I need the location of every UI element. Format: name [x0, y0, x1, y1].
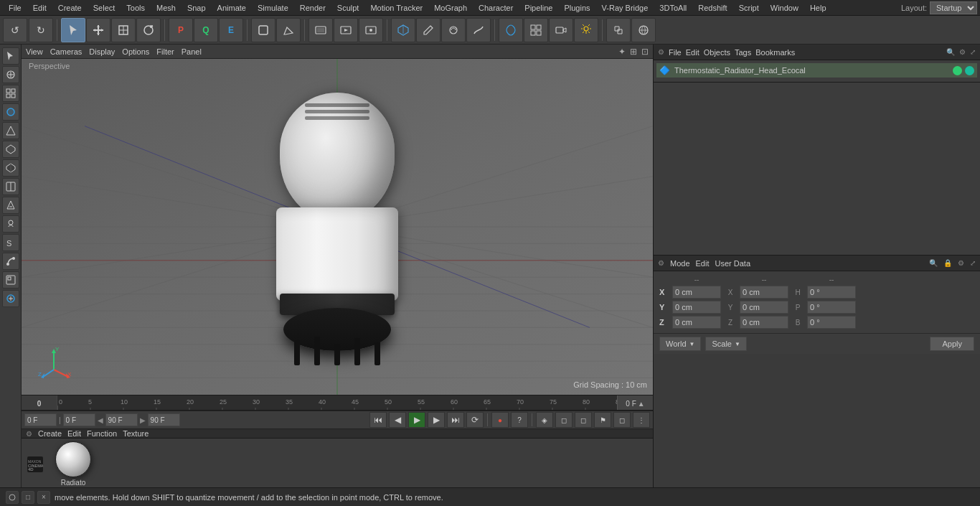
scale-tool-button[interactable]: [111, 18, 136, 42]
object-item[interactable]: 🔷 Thermostatic_Radiator_Head_Ecocal: [656, 63, 977, 78]
undo-button[interactable]: ↺: [3, 18, 27, 42]
sidebar-tool-12[interactable]: [2, 253, 19, 270]
axis-z-button[interactable]: E: [219, 18, 243, 42]
pen-button[interactable]: [416, 18, 440, 42]
frame-end-input[interactable]: [148, 413, 180, 426]
record-button[interactable]: ●: [491, 412, 509, 428]
menu-motion-tracker[interactable]: Motion Tracker: [364, 0, 428, 16]
attrs-settings-icon[interactable]: ⚙: [958, 259, 964, 267]
edit-mode-button[interactable]: [276, 18, 301, 42]
preview-start-input[interactable]: [63, 413, 95, 426]
objects-menu-edit[interactable]: Edit: [686, 48, 699, 57]
sidebar-tool-13[interactable]: [2, 271, 19, 289]
goto-start-button[interactable]: ⏮: [369, 412, 387, 428]
status-icon-2[interactable]: □: [22, 491, 34, 504]
sidebar-tool-9[interactable]: [2, 197, 19, 214]
frame-start-input[interactable]: [24, 413, 57, 426]
menu-sculpt[interactable]: Sculpt: [331, 0, 365, 16]
sky-button[interactable]: [631, 18, 656, 42]
viewport-menu-view[interactable]: View: [26, 47, 43, 56]
objects-menu-tags[interactable]: Tags: [735, 48, 751, 57]
menu-script[interactable]: Script: [733, 0, 765, 16]
status-icon-1[interactable]: [6, 491, 19, 504]
menu-redshift[interactable]: Redshift: [692, 0, 732, 16]
viewport-3d[interactable]: Y X Z Grid Spacing : 10 cm: [22, 59, 653, 395]
anim-btn-3[interactable]: ◻: [575, 412, 592, 428]
goto-end-button[interactable]: ⏭: [447, 412, 464, 428]
sidebar-tool-10[interactable]: [2, 215, 19, 233]
cube-button[interactable]: [391, 18, 415, 42]
visibility-dot-teal[interactable]: [965, 66, 974, 75]
objects-expand-icon[interactable]: ⤢: [970, 48, 976, 56]
attrs-menu-userdata[interactable]: User Data: [715, 259, 751, 268]
menu-animate[interactable]: Animate: [212, 0, 252, 16]
anim-btn-4[interactable]: ⚑: [594, 412, 611, 428]
sidebar-tool-4[interactable]: [2, 103, 19, 121]
camera-button[interactable]: [549, 18, 573, 42]
move-tool-button[interactable]: [86, 18, 110, 42]
loop-button[interactable]: ⟳: [466, 412, 484, 428]
menu-simulate[interactable]: Simulate: [252, 0, 294, 16]
objects-menu-bookmarks[interactable]: Bookmarks: [755, 48, 795, 57]
coord-z-size[interactable]: [740, 316, 788, 329]
sidebar-tool-1[interactable]: [2, 47, 19, 65]
select-tool-button[interactable]: [61, 18, 85, 42]
sidebar-tool-2[interactable]: [2, 66, 19, 83]
status-icon-3[interactable]: ×: [37, 491, 50, 504]
viewport-icon-2[interactable]: ⊞: [630, 47, 637, 57]
viewport-menu-cameras[interactable]: Cameras: [50, 47, 83, 56]
nurbs-button[interactable]: [499, 18, 523, 42]
sidebar-tool-14[interactable]: [2, 290, 19, 307]
sidebar-tool-5[interactable]: [2, 122, 19, 139]
axis-x-button[interactable]: P: [169, 18, 193, 42]
timeline-ruler[interactable]: 0 0 5 10 15: [22, 395, 653, 411]
help-button[interactable]: ?: [511, 412, 528, 428]
material-menu-create[interactable]: Create: [38, 429, 62, 438]
attrs-search-icon[interactable]: 🔍: [929, 259, 938, 267]
coord-y-size[interactable]: [740, 301, 788, 314]
next-frame-button[interactable]: ▶: [428, 412, 445, 428]
menu-character[interactable]: Character: [473, 0, 519, 16]
sidebar-tool-3[interactable]: [2, 85, 19, 102]
objects-settings-icon[interactable]: ⚙: [959, 48, 966, 56]
menu-mesh[interactable]: Mesh: [151, 0, 182, 16]
world-dropdown[interactable]: World ▼: [659, 337, 701, 351]
viewport-icon-3[interactable]: ⊡: [641, 47, 649, 57]
material-menu-edit[interactable]: Edit: [67, 429, 81, 438]
objects-menu-objects[interactable]: Objects: [704, 48, 730, 57]
viewport-menu-filter[interactable]: Filter: [156, 47, 174, 56]
frame-arrow[interactable]: ▲: [638, 400, 645, 408]
menu-render[interactable]: Render: [294, 0, 331, 16]
anim-btn-5[interactable]: ◻: [613, 412, 631, 428]
attrs-menu-mode[interactable]: Mode: [670, 259, 690, 268]
layout-select[interactable]: Startup: [930, 1, 977, 14]
sidebar-tool-7[interactable]: [2, 159, 19, 177]
viewport-menu-display[interactable]: Display: [89, 47, 115, 56]
sculpt-button[interactable]: [441, 18, 466, 42]
objects-search-icon[interactable]: 🔍: [946, 48, 955, 56]
coord-x-size[interactable]: [740, 286, 788, 299]
menu-plugins[interactable]: Plugins: [558, 0, 595, 16]
menu-mograph[interactable]: MoGraph: [428, 0, 473, 16]
menu-snap[interactable]: Snap: [182, 0, 212, 16]
axis-y-button[interactable]: Q: [194, 18, 218, 42]
render-button[interactable]: [334, 18, 358, 42]
objects-menu-file[interactable]: File: [669, 48, 682, 57]
anim-btn-2[interactable]: ◻: [555, 412, 573, 428]
rotate-tool-button[interactable]: [136, 18, 161, 42]
coord-h-rot[interactable]: [807, 286, 856, 299]
menu-help[interactable]: Help: [804, 0, 832, 16]
menu-3dtoall[interactable]: 3DToAll: [654, 0, 692, 16]
attrs-lock-icon[interactable]: 🔒: [943, 259, 952, 267]
scale-dropdown[interactable]: Scale ▼: [705, 337, 746, 351]
material-menu-function[interactable]: Function: [87, 429, 117, 438]
keyframe-add-button[interactable]: ◈: [536, 412, 553, 428]
menu-create[interactable]: Create: [52, 0, 88, 16]
menu-select[interactable]: Select: [88, 0, 121, 16]
prev-frame-button[interactable]: ◀: [389, 412, 406, 428]
render-preview-button[interactable]: [308, 18, 333, 42]
anim-btn-6[interactable]: ⋮: [633, 412, 650, 428]
material-menu-texture[interactable]: Texture: [123, 429, 149, 438]
viewport-menu-panel[interactable]: Panel: [182, 47, 202, 56]
menu-tools[interactable]: Tools: [121, 0, 151, 16]
